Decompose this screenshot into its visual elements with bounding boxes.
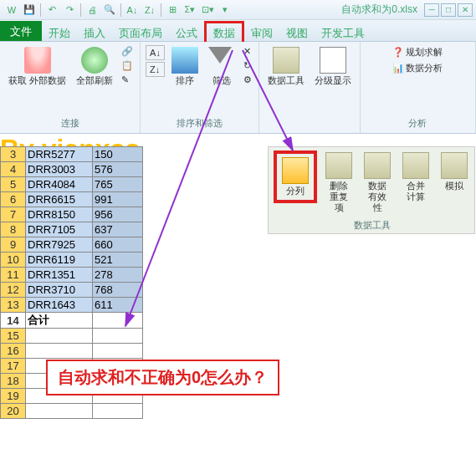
cell[interactable]: DRR1643 [26,298,93,313]
table-row[interactable]: 10 DRR6119 521 [1,253,143,268]
print-icon[interactable]: 🖨 [84,3,100,18]
tab-审阅[interactable]: 审阅 [244,23,279,43]
cell[interactable]: DRR1351 [26,268,93,283]
refresh-all-button[interactable]: 全部刷新 [73,45,116,88]
cell[interactable]: DRR6119 [26,253,93,268]
cell[interactable]: 768 [93,283,143,298]
row-header[interactable]: 8 [1,222,26,237]
sort-za-button[interactable]: Z↓ [146,62,165,77]
table-row[interactable]: 3 DRR5277 150 [1,147,143,162]
table-row[interactable]: 12 DRR3710 768 [1,283,143,298]
advanced-button[interactable]: ⚙ [242,74,253,86]
table-row[interactable]: 8 DRR7105 637 [1,222,143,237]
get-external-data-button[interactable]: 获取 外部数据 [5,45,69,88]
cell[interactable]: 278 [93,268,143,283]
tab-公式[interactable]: 公式 [169,23,204,43]
cell[interactable]: DRR7925 [26,237,93,253]
undo-icon[interactable]: ↶ [44,3,60,18]
preview-icon[interactable]: 🔍 [101,3,118,18]
cell[interactable] [93,344,143,359]
maximize-button[interactable]: □ [441,3,456,17]
cell[interactable]: DRR3710 [26,283,93,298]
table-icon[interactable]: ⊞ [164,3,181,18]
cell[interactable]: 521 [93,253,143,268]
cell[interactable]: DRR6615 [26,192,93,207]
tab-开发工具[interactable]: 开发工具 [315,23,371,43]
file-tab[interactable]: 文件 [0,21,42,41]
table-row[interactable]: 20 [1,404,143,419]
tab-视图[interactable]: 视图 [279,23,315,43]
cell[interactable]: 765 [93,177,143,192]
minimize-button[interactable]: ─ [424,3,439,17]
sort-az-button[interactable]: A↓ [146,45,165,60]
outline-button[interactable]: 分级显示 [311,45,355,88]
cell[interactable]: 991 [93,192,143,207]
row-header[interactable]: 3 [1,147,26,162]
reapply-button[interactable]: ↻ [242,59,253,72]
table-row[interactable]: 15 [1,329,143,344]
consolidate-button[interactable]: 合并计算 [399,151,432,204]
more-icon[interactable]: ⊡▾ [199,3,216,18]
row-header[interactable]: 10 [1,253,26,268]
edit-links-button[interactable]: ✎ [120,74,135,86]
row-header[interactable]: 4 [1,162,26,177]
cell[interactable] [93,404,143,419]
row-header[interactable]: 6 [1,192,26,207]
cell[interactable]: DRR4084 [26,177,93,192]
filter-button[interactable]: 筛选 [205,45,238,88]
cell[interactable] [26,344,93,359]
row-header[interactable]: 11 [1,268,26,283]
row-header[interactable]: 9 [1,237,26,253]
table-row[interactable]: 13 DRR1643 611 [1,298,143,313]
cell[interactable]: 576 [93,162,143,177]
table-row[interactable]: 11 DRR1351 278 [1,268,143,283]
table-row[interactable]: 4 DRR3003 576 [1,162,143,177]
remove-duplicates-button[interactable]: 删除 重复项 [322,151,356,216]
cell[interactable]: DRR7105 [26,222,93,237]
table-row[interactable]: 6 DRR6615 991 [1,192,143,207]
total-row[interactable]: 14合计 [1,313,143,329]
clear-filter-button[interactable]: ✕ [242,45,253,58]
cell[interactable] [93,313,143,329]
cell[interactable]: 637 [93,222,143,237]
data-tools-button[interactable]: 数据工具 [264,45,308,88]
table-row[interactable]: 16 [1,344,143,359]
table-row[interactable]: 7 DRR8150 956 [1,207,143,222]
whatif-button[interactable]: 模拟 [438,151,471,193]
cell[interactable]: 150 [93,147,143,162]
row-header[interactable]: 12 [1,283,26,298]
tab-插入[interactable]: 插入 [77,23,112,43]
row-header[interactable]: 5 [1,177,26,192]
data-validation-button[interactable]: 数据 有效性 [361,151,394,216]
text-to-columns-button[interactable]: 分列 [279,156,312,198]
save-icon[interactable]: 💾 [21,3,38,18]
properties-button[interactable]: 📋 [120,59,135,72]
tab-开始[interactable]: 开始 [42,23,77,43]
solver-button[interactable]: ❓ 规划求解 [391,45,444,59]
wps-icon[interactable]: W [3,3,20,18]
connections-button[interactable]: 🔗 [120,45,135,58]
cell[interactable]: DRR8150 [26,207,93,222]
cell[interactable]: 660 [93,237,143,253]
cell[interactable] [26,404,93,419]
data-analysis-button[interactable]: 📊 数据分析 [391,61,444,75]
cell[interactable]: 956 [93,207,143,222]
customize-icon[interactable]: ▾ [217,3,233,18]
tab-页面布局[interactable]: 页面布局 [112,23,169,43]
cell[interactable] [26,329,93,344]
cell[interactable]: DRR3003 [26,162,93,177]
sort-button[interactable]: 排序 [168,45,202,88]
cell[interactable]: 611 [93,298,143,313]
sum-icon[interactable]: Σ▾ [182,3,198,18]
table-row[interactable]: 5 DRR4084 765 [1,177,143,192]
cell[interactable]: 合计 [26,313,93,329]
sort-desc-icon[interactable]: Z↓ [141,3,158,18]
row-header[interactable]: 13 [1,298,26,313]
row-header[interactable]: 7 [1,207,26,222]
redo-icon[interactable]: ↷ [61,3,78,18]
table-row[interactable]: 9 DRR7925 660 [1,237,143,253]
cell[interactable] [93,329,143,344]
close-button[interactable]: ✕ [458,3,473,17]
cell[interactable]: DRR5277 [26,147,93,162]
sort-asc-icon[interactable]: A↓ [124,3,141,18]
